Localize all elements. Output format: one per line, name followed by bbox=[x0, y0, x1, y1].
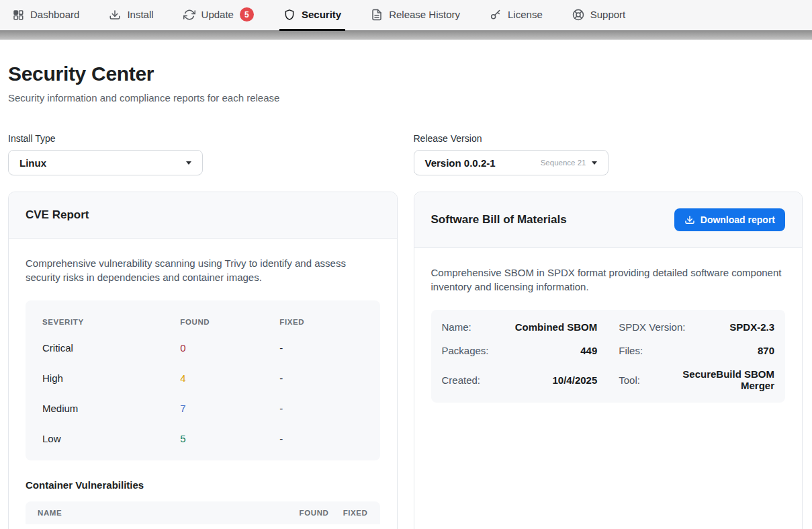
table-row: Critical 0 - bbox=[42, 333, 363, 363]
nav-item-label: Support bbox=[590, 9, 626, 20]
nav-item-support[interactable]: Support bbox=[568, 0, 630, 31]
sequence-label: Sequence 21 bbox=[541, 159, 586, 167]
sbom-details-grid: Name: Combined SBOM SPDX Version: SPDX-2… bbox=[431, 310, 786, 403]
severity-label: Medium bbox=[42, 393, 180, 423]
release-version-value: Version 0.0.2-1 bbox=[425, 157, 541, 169]
detail-value: 449 bbox=[580, 345, 597, 356]
sbom-body: Comprehensive SBOM in SPDX format provid… bbox=[414, 248, 803, 420]
download-report-button[interactable]: Download report bbox=[674, 208, 785, 231]
sbom-header: Software Bill of Materials Download repo… bbox=[414, 192, 803, 248]
nav-item-release-history[interactable]: Release History bbox=[367, 0, 464, 31]
sbom-title: Software Bill of Materials bbox=[431, 213, 567, 227]
install-type-field: Install Type Linux bbox=[8, 133, 398, 175]
sbom-detail-name: Name: Combined SBOM bbox=[442, 315, 598, 339]
detail-value: 10/4/2025 bbox=[553, 374, 598, 386]
refresh-icon bbox=[183, 9, 195, 21]
fixed-count: - bbox=[279, 423, 363, 454]
severity-table: Severity Found Fixed Critical 0 - bbox=[26, 300, 380, 460]
name-column-header: Name bbox=[38, 509, 290, 517]
cve-report-header: CVE Report bbox=[9, 192, 397, 239]
install-type-select[interactable]: Linux bbox=[8, 150, 203, 175]
key-icon bbox=[490, 9, 502, 21]
nav-item-label: License bbox=[508, 9, 543, 20]
severity-label: Low bbox=[42, 423, 180, 454]
fixed-count: - bbox=[279, 333, 363, 363]
release-version-field: Release Version Version 0.0.2-1 Sequence… bbox=[414, 133, 803, 175]
document-icon bbox=[371, 9, 383, 21]
cards-row: CVE Report Comprehensive vulnerability s… bbox=[8, 192, 803, 529]
chevron-down-icon bbox=[592, 161, 597, 165]
chevron-down-icon bbox=[186, 161, 191, 165]
found-count: 4 bbox=[180, 363, 279, 393]
nav-item-update[interactable]: Update 5 bbox=[179, 0, 258, 31]
cve-report-description: Comprehensive vulnerability scanning usi… bbox=[26, 256, 380, 284]
nav-item-label: Security bbox=[302, 9, 341, 20]
release-version-label: Release Version bbox=[414, 133, 803, 144]
install-type-label: Install Type bbox=[8, 133, 398, 144]
download-icon bbox=[109, 9, 121, 21]
severity-column-header: Severity bbox=[42, 309, 180, 333]
page-title: Security Center bbox=[8, 63, 803, 85]
fixed-column-header: Fixed bbox=[279, 309, 363, 333]
table-row: Medium 7 - bbox=[42, 393, 363, 423]
download-report-label: Download report bbox=[701, 214, 775, 225]
table-row: High 4 - bbox=[42, 363, 363, 393]
sbom-detail-packages: Packages: 449 bbox=[442, 339, 598, 362]
nav-item-label: Release History bbox=[389, 9, 460, 20]
sbom-description: Comprehensive SBOM in SPDX format provid… bbox=[431, 266, 786, 294]
severity-label: High bbox=[42, 363, 180, 393]
dashboard-grid-icon bbox=[12, 9, 24, 21]
fixed-column-header: Fixed bbox=[329, 509, 368, 517]
nav-item-dashboard[interactable]: Dashboard bbox=[8, 0, 83, 31]
detail-label: SPDX Version: bbox=[619, 321, 685, 333]
fixed-count: - bbox=[279, 393, 363, 423]
sbom-detail-spdx-version: SPDX Version: SPDX-2.3 bbox=[619, 315, 774, 339]
page-subtitle: Security information and compliance repo… bbox=[8, 92, 803, 104]
cve-report-card: CVE Report Comprehensive vulnerability s… bbox=[8, 192, 398, 529]
found-column-header: Found bbox=[290, 509, 329, 517]
nav-item-label: Install bbox=[127, 9, 153, 20]
sbom-card: Software Bill of Materials Download repo… bbox=[414, 192, 803, 529]
detail-label: Packages: bbox=[442, 345, 489, 356]
container-vulnerabilities-table-header: Name Found Fixed bbox=[26, 501, 380, 524]
main-content: Security Center Security information and… bbox=[0, 63, 812, 529]
container-vulnerabilities-title: Container Vulnerabilities bbox=[26, 479, 380, 491]
update-count-badge: 5 bbox=[240, 7, 254, 22]
found-count: 0 bbox=[180, 333, 279, 363]
detail-value: SPDX-2.3 bbox=[729, 321, 774, 333]
detail-value: 870 bbox=[758, 345, 774, 356]
nav-item-license[interactable]: License bbox=[486, 0, 547, 31]
cve-report-body: Comprehensive vulnerability scanning usi… bbox=[9, 239, 397, 529]
nav-item-security[interactable]: Security bbox=[279, 0, 345, 31]
detail-label: Created: bbox=[442, 374, 481, 386]
nav-item-label: Dashboard bbox=[30, 9, 79, 20]
shield-icon bbox=[283, 9, 296, 21]
cve-report-title: CVE Report bbox=[26, 208, 89, 222]
table-row: Low 5 - bbox=[42, 423, 363, 454]
sbom-detail-files: Files: 870 bbox=[619, 339, 774, 362]
install-type-value: Linux bbox=[19, 157, 181, 169]
fixed-count: - bbox=[279, 363, 363, 393]
detail-label: Files: bbox=[619, 345, 643, 356]
nav-item-label: Update bbox=[201, 9, 234, 20]
life-buoy-icon bbox=[572, 9, 584, 21]
detail-label: Tool: bbox=[619, 374, 640, 386]
detail-value: Combined SBOM bbox=[515, 321, 598, 333]
horizontal-scroll-band[interactable] bbox=[0, 30, 812, 40]
found-column-header: Found bbox=[180, 309, 279, 333]
found-count: 7 bbox=[180, 393, 279, 423]
sbom-detail-created: Created: 10/4/2025 bbox=[442, 362, 598, 397]
nav-item-install[interactable]: Install bbox=[105, 0, 157, 31]
top-nav: Dashboard Install Update 5 Security bbox=[0, 0, 812, 30]
severity-label: Critical bbox=[42, 333, 180, 363]
release-version-select[interactable]: Version 0.0.2-1 Sequence 21 bbox=[414, 150, 608, 175]
detail-value: SecureBuild SBOM Merger bbox=[648, 368, 774, 391]
sbom-detail-tool: Tool: SecureBuild SBOM Merger bbox=[619, 362, 774, 397]
filters-row: Install Type Linux Release Version Versi… bbox=[8, 133, 803, 175]
detail-label: Name: bbox=[442, 321, 471, 333]
found-count: 5 bbox=[180, 423, 279, 454]
download-icon bbox=[684, 214, 695, 225]
